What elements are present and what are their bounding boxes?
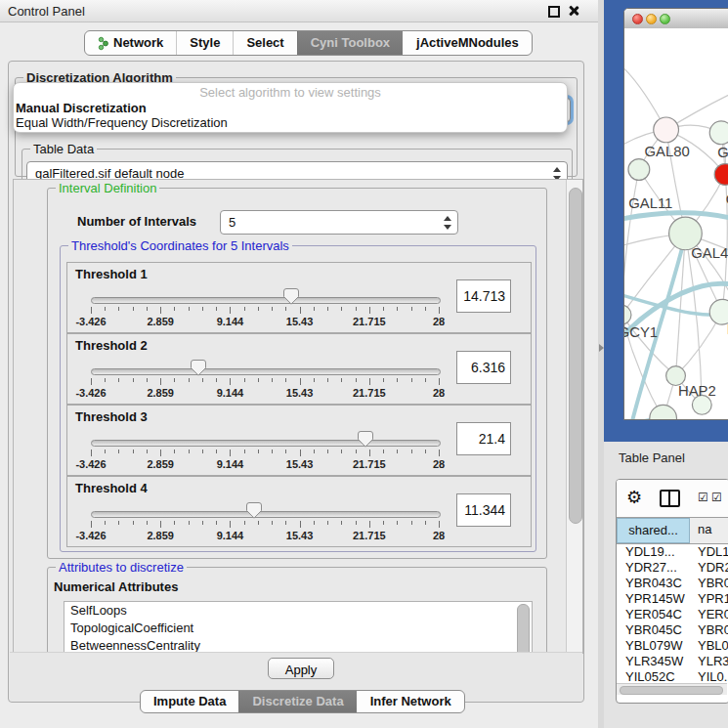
network-icon [98,36,108,51]
threshold-label: Threshold 3 [75,409,148,424]
top-tab-bar: NetworkStyleSelectCyni ToolboxjActiveMNo… [84,30,533,56]
stepper-arrows-icon [443,216,451,230]
algorithm-dropdown[interactable]: Select algorithm to view settings Manual… [13,82,568,133]
gear-icon[interactable]: ⚙ [626,487,642,508]
table-row[interactable]: YBR045CYBR0... [617,622,728,638]
table-row[interactable]: YPR145WYPR1... [617,591,728,607]
table-cell: YDL19... [617,544,690,560]
table-cell: YLR3... [690,654,728,669]
table-row[interactable]: YDL19...YDL1... [617,544,728,560]
tab-label: Infer Network [370,691,451,712]
network-node[interactable] [654,117,679,143]
window-title: Control Panel [8,4,85,19]
table-row[interactable]: YDR27...YDR2... [617,560,728,576]
slider-thumb[interactable] [358,431,373,448]
tab-label: Select [246,31,283,55]
threshold-value-field[interactable] [456,351,511,384]
table-row[interactable]: YBL079WYBL0... [617,638,728,654]
bottom-tab-discretize-data[interactable]: Discretize Data [238,691,356,712]
numerical-attributes-label: Numerical Attributes [54,579,178,594]
minimize-traffic-light-icon[interactable] [646,14,657,24]
bottom-tab-infer-network[interactable]: Infer Network [357,691,464,712]
network-node-label: GAL80 [644,144,689,159]
table-cell: YDR2... [690,560,728,576]
numerical-attributes-list[interactable]: SelfLoopsTopologicalCoefficientBetweenne… [64,601,533,654]
table-panel: ⚙ ☑ ☑ shared...na YDL19...YDL1...YDR27..… [616,479,728,704]
threshold-panel: Threshold 3 -3.4262.8599.14415.4321.7152… [66,405,532,476]
close-traffic-light-icon[interactable] [632,14,643,24]
network-node[interactable] [709,299,728,324]
slider-track[interactable] [91,511,441,518]
network-window: GAL80GACGAL11GAL4GCY1HHAP2 [623,8,728,420]
horizontal-scrollbar[interactable] [617,683,727,695]
slider-thumb[interactable] [246,502,262,519]
table-row[interactable]: YBR043CYBR0... [617,576,728,591]
slider-thumb[interactable] [283,288,299,305]
interval-definition-group: Interval Definition Number of Intervals … [47,188,547,559]
threshold-panel: Threshold 1 -3.4262.8599.14415.4321.7152… [66,262,532,333]
table-cell: YER054C [617,607,690,622]
network-node[interactable] [628,159,650,181]
number-of-intervals-value: 5 [229,211,236,234]
slider-track[interactable] [91,297,441,304]
threshold-value-field[interactable] [456,279,511,313]
threshold-panel: Threshold 4 -3.4262.8599.14415.4321.7152… [66,476,532,547]
threshold-value-field[interactable] [456,422,511,455]
column-header-shared-[interactable]: shared... [617,518,690,543]
list-item[interactable]: SelfLoops [64,602,532,620]
cyni-toolbox-panel: Discretization Algorithm Table Data galF… [8,61,584,703]
network-node[interactable] [624,305,631,324]
settings-scroll-area: Interval Definition Number of Intervals … [13,179,583,654]
tab-style[interactable]: Style [176,31,233,55]
close-icon[interactable] [568,5,579,17]
table-panel-toolbar: ⚙ ☑ ☑ [617,480,728,517]
table-cell: YBR043C [617,576,690,591]
thresholds-group-title: Threshold's Coordinates for 5 Intervals [68,238,292,253]
slider-track[interactable] [91,368,441,375]
table-cell: YBL079W [617,638,690,654]
tab-jactivemnodules[interactable]: jActiveMNodules [403,31,532,55]
list-item[interactable]: TopologicalCoefficient [64,620,532,637]
tab-network[interactable]: Network [85,31,176,55]
bottom-tab-impute-data[interactable]: Impute Data [141,691,238,712]
table-cell: YDR27... [617,560,690,576]
network-node[interactable] [650,405,677,419]
checkbox-icon[interactable]: ☑ [711,491,722,504]
threshold-panel: Threshold 2 -3.4262.8599.14415.4321.7152… [66,333,532,405]
tab-select[interactable]: Select [233,31,296,55]
threshold-value-field[interactable] [456,493,511,527]
network-node[interactable] [714,164,728,186]
list-scrollbar[interactable] [517,604,530,654]
zoom-traffic-light-icon[interactable] [660,14,670,24]
table-row[interactable]: YLR345WYLR3... [617,654,728,669]
horizontal-scrollbar-thumb[interactable] [620,686,723,695]
network-canvas[interactable]: GAL80GACGAL11GAL4GCY1HHAP2 [624,28,728,419]
network-node-label: GCY1 [624,324,658,340]
number-of-intervals-label: Number of Intervals [77,214,196,229]
tab-cyni-toolbox[interactable]: Cyni Toolbox [297,31,403,55]
checkbox-icon[interactable]: ☑ [698,491,708,504]
table-cell: YPR1... [690,591,728,607]
float-window-icon[interactable] [548,6,560,18]
scrollbar-track[interactable] [566,180,583,653]
table-row[interactable]: YER054CYER0... [617,607,728,622]
attributes-group-title: Attributes to discretize [56,560,187,575]
column-header-na[interactable]: na [690,518,728,543]
network-node[interactable] [709,121,728,145]
apply-button[interactable]: Apply [268,658,334,679]
number-of-intervals-combobox[interactable]: 5 [220,210,458,235]
dropdown-option-equal-width-frequency-discretization[interactable]: Equal Width/Frequency Discretization [14,115,567,130]
network-window-titlebar [624,9,728,29]
threshold-label: Threshold 2 [75,338,148,353]
table-cell: YDL1... [690,544,728,560]
slider-track[interactable] [91,440,441,447]
network-node-label: GA [717,145,728,160]
scrollbar-thumb[interactable] [569,188,582,524]
split-columns-icon[interactable] [660,490,680,507]
network-node-label: GAL4 [691,245,728,261]
control-panel-window: Control Panel NetworkStyleSelectCyni Too… [0,0,598,728]
table-cell: YBL0... [690,638,728,654]
dropdown-option-manual-discretization[interactable]: Manual Discretization [14,101,567,115]
tab-label: Discretize Data [252,691,343,712]
slider-thumb[interactable] [191,360,206,376]
